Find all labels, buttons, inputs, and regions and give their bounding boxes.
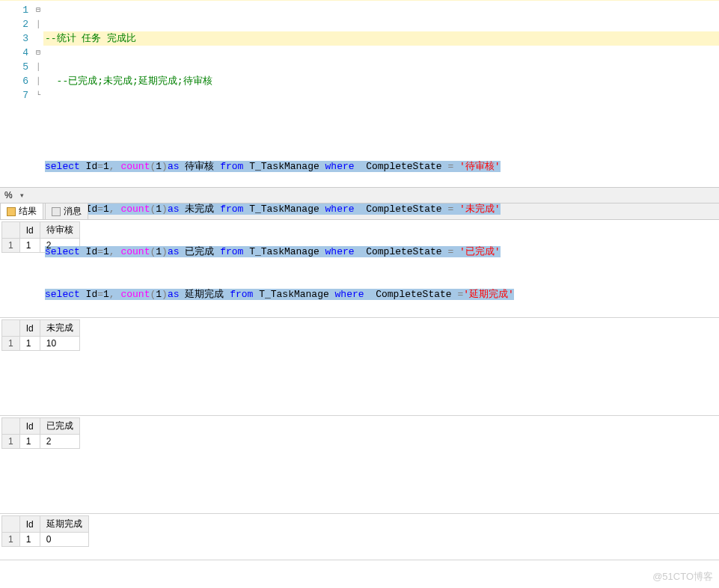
- result-table[interactable]: Id延期完成 110: [1, 515, 89, 547]
- tab-results[interactable]: 结果: [0, 203, 43, 219]
- row-number[interactable]: 1: [2, 533, 20, 547]
- cell[interactable]: 1: [19, 435, 40, 449]
- result-panel: Id已完成 112: [0, 417, 719, 514]
- line-number-gutter: 1 2 3 4 5 6 7: [0, 1, 33, 187]
- tab-messages[interactable]: 消息: [45, 203, 88, 219]
- cell[interactable]: 10: [40, 337, 79, 351]
- cell[interactable]: 1: [19, 533, 40, 547]
- result-panel: Id未完成 1110: [0, 319, 719, 416]
- cell[interactable]: 2: [40, 435, 79, 449]
- column-header[interactable]: Id: [19, 516, 40, 533]
- watermark: @51CTO博客: [652, 570, 713, 584]
- corner-cell: [2, 222, 20, 239]
- result-table[interactable]: Id已完成 112: [1, 417, 80, 449]
- column-header[interactable]: Id: [19, 222, 40, 239]
- code-editor[interactable]: 1 2 3 4 5 6 7 ⊟ │ ⊟ │ │ └ --统计 任务 完成比 --…: [0, 0, 719, 187]
- zoom-percent[interactable]: %: [0, 190, 17, 200]
- column-header[interactable]: Id: [19, 320, 40, 337]
- column-header[interactable]: Id: [19, 418, 40, 435]
- row-number[interactable]: 1: [2, 337, 20, 351]
- corner-cell: [2, 516, 20, 533]
- column-header[interactable]: 已完成: [40, 418, 79, 435]
- corner-cell: [2, 320, 20, 337]
- tab-label: 结果: [19, 205, 37, 218]
- result-table[interactable]: Id未完成 1110: [1, 319, 80, 351]
- comment-text: --已完成;未完成;延期完成;待审核: [45, 76, 212, 87]
- cell[interactable]: 1: [19, 337, 40, 351]
- result-panel: Id延期完成 110: [0, 515, 719, 560]
- cell[interactable]: 1: [19, 239, 40, 253]
- chevron-down-icon[interactable]: ▾: [17, 192, 27, 199]
- corner-cell: [2, 418, 20, 435]
- comment-text: --统计 任务 完成比: [45, 33, 136, 44]
- fold-gutter[interactable]: ⊟ │ ⊟ │ │ └: [33, 1, 43, 187]
- tab-label: 消息: [64, 205, 82, 218]
- row-number[interactable]: 1: [2, 239, 20, 253]
- cell[interactable]: 0: [40, 533, 88, 547]
- column-header[interactable]: 延期完成: [40, 516, 88, 533]
- code-content[interactable]: --统计 任务 完成比 --已完成;未完成;延期完成;待审核 select Id…: [43, 1, 719, 187]
- row-number[interactable]: 1: [2, 435, 20, 449]
- message-icon: [52, 207, 61, 216]
- grid-icon: [7, 207, 16, 216]
